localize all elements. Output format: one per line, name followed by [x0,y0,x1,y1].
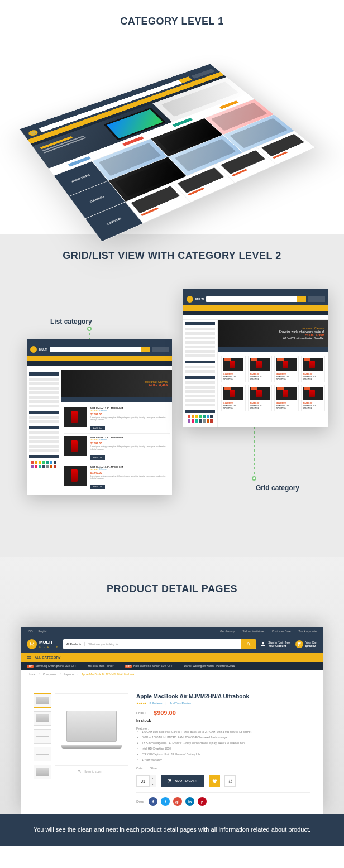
thumbnail[interactable] [34,729,51,744]
color-swatch[interactable] [199,415,202,418]
grid-item[interactable]: $1249.00MBA Retina 13.3" - MF839HN/A [221,356,246,382]
price-label: Price : [136,711,146,714]
color-swatch[interactable] [199,419,202,423]
logo[interactable]: MULTI s t o r e [27,639,59,649]
language-selector[interactable]: English [39,630,47,633]
reviews-link[interactable]: 3 Reviews [150,702,163,705]
section-category-level-1: CATEGORY LEVEL 1 🛒 [0,0,344,234]
color-swatch[interactable] [188,419,190,423]
color-swatch[interactable] [35,465,38,468]
add-review-link[interactable]: Add Your Review [170,702,191,705]
color-swatch[interactable] [39,465,41,468]
get-app-link[interactable]: Get the app [220,630,235,633]
color-swatch[interactable] [50,465,53,468]
all-category-bar[interactable]: ALL CATEGORY [21,653,323,662]
currency-selector[interactable]: USD [27,630,33,633]
color-swatch[interactable] [210,415,213,418]
color-swatch[interactable] [207,415,209,418]
track-order-link[interactable]: Track my order [299,630,317,633]
color-swatch[interactable] [188,415,190,418]
search-bar[interactable]: All Products What are you looking for... [63,639,256,649]
sell-link[interactable]: Sell on Multistore [242,630,264,633]
search-input[interactable]: What are you looking for... [85,642,241,646]
color-swatch[interactable] [195,415,198,418]
share-label: Share : [136,800,145,803]
facebook-share[interactable]: f [149,797,157,806]
thumbnail[interactable] [34,711,51,726]
thumbnail[interactable] [34,747,51,761]
sidebar [183,320,218,427]
color-swatch[interactable] [203,419,206,423]
product-detail-mockup: USD English Get the app Sell on Multisto… [21,627,323,814]
search-category-select[interactable]: All Products [63,642,85,646]
color-swatch[interactable] [203,415,206,418]
color-swatch[interactable] [31,465,34,468]
color-swatch[interactable] [195,419,198,423]
list-category-label: List category [50,318,92,325]
hot-deals-bar: HOTSamsung Smart phone 20% OFFHot deal f… [21,662,323,670]
search-button[interactable] [241,639,256,649]
heart-icon [212,779,217,784]
hot-deal-link[interactable]: HOTHaki Women Fashion 50% OFF [125,664,173,668]
color-swatch[interactable] [192,419,194,423]
cart-icon [295,640,303,648]
color-value: Silver [150,766,157,770]
color-swatch[interactable] [54,461,56,464]
section-title: GRID/LIST VIEW WITH CATEGORY LEVEL 2 [0,234,344,277]
color-swatch[interactable] [46,465,49,468]
hot-deal-link[interactable]: Hot deal from Printer [88,664,113,668]
feature-item: 13.3-Inch (diagonal) LED-backlit Glossy … [136,741,310,745]
account-link[interactable]: Sign In / Join free Your Account [260,641,290,648]
color-swatch[interactable] [192,415,194,418]
add-to-cart-button[interactable]: ADD TO CART [161,775,204,787]
color-swatch[interactable] [46,461,49,464]
breadcrumb-item[interactable]: Apple MacBook Air MJVM2HN/A Ultrabook [82,673,135,676]
color-swatch[interactable] [54,465,56,468]
grid-item[interactable]: $1249.00MBA Retina 13.3" - MF839HN/A [301,385,326,411]
grid-item[interactable]: $1249.00MBA Retina 13.3" - MF839HN/A [301,356,326,382]
twitter-share[interactable]: t [161,797,170,806]
wishlist-button[interactable] [209,775,220,787]
breadcrumb-item[interactable]: Laptops [64,673,74,676]
grid-view-mockup: MULTI [183,289,328,427]
color-swatch[interactable] [39,461,41,464]
google-share[interactable]: g+ [173,797,182,806]
color-swatch[interactable] [42,461,45,464]
breadcrumb-item[interactable]: Computers [43,673,56,676]
linkedin-share[interactable]: in [185,797,194,806]
thumbnail[interactable] [34,693,51,708]
grid-item[interactable]: $1249.00MBA Retina 13.3" - MF839HN/A [274,356,299,382]
color-swatch[interactable] [31,461,34,464]
qty-down-button[interactable]: ▾ [149,781,156,787]
thumbnail[interactable] [34,765,51,779]
hot-deal-link[interactable]: HOTSamsung Smart phone 20% OFF [27,664,77,668]
pinterest-share[interactable]: p [198,797,207,806]
customer-care-link[interactable]: Customer Care [272,630,291,633]
grid-category-label: Grid category [256,484,299,492]
grid-item[interactable]: $1249.00MBA Retina 13.3" - MF839HN/A [248,356,273,382]
grid-item[interactable]: $1249.00MBA Retina 13.3" - MF839HN/A [274,385,299,411]
color-swatch[interactable] [42,465,45,468]
grid-item[interactable]: $1249.00MBA Retina 13.3" - MF839HN/A [248,385,273,411]
feature-item: 8 GB of 1600 MHz LPDDR3 RAM; 256 GB PCIe… [136,736,310,740]
stock-status: In stock [136,718,310,722]
quantity-stepper[interactable]: 01 ▴ ▾ [136,775,156,787]
hot-deal-link[interactable]: Daniel Wellington watch - Hot trend 2016 [184,664,235,668]
color-swatch[interactable] [207,419,209,423]
breadcrumb-item[interactable]: Home [28,673,35,676]
list-item[interactable]: MBA Retina 13.3" - MF839HN/A★★★★★ 3 Revi… [64,405,170,434]
product-gallery: Hover to zoom [34,693,128,806]
main-product-image[interactable] [55,693,128,766]
compare-button[interactable] [224,775,236,787]
zoom-hint: Hover to zoom [51,769,128,773]
list-item[interactable]: MBA Retina 13.3" - MF839HN/A★★★★★ 3 Revi… [64,463,170,492]
grid-item[interactable]: $1249.00MBA Retina 13.3" - MF839HN/A [221,385,246,411]
list-item[interactable]: MBA Retina 13.3" - MF839HN/A★★★★★ 3 Revi… [64,434,170,463]
compare-icon [228,779,233,784]
qty-up-button[interactable]: ▴ [149,775,156,781]
color-swatch[interactable] [50,461,53,464]
perspective-mockup: 🛒 [46,45,298,223]
color-swatch[interactable] [210,419,213,423]
cart-button[interactable]: Your Cart $999.00 [295,640,317,648]
color-swatch[interactable] [35,461,38,464]
